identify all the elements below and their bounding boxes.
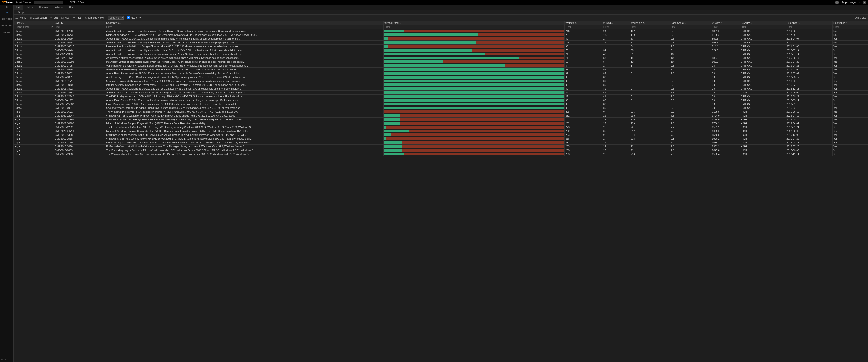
col-relevance[interactable]: Relevance◇ [832, 21, 868, 25]
table-row[interactable]: CriticalCVE-2018-5002Adobe Flash Player … [14, 72, 868, 75]
user-avatar[interactable] [835, 1, 839, 4]
table-row[interactable]: HighCVE-2015-1769Mount Manager in Micros… [14, 141, 868, 145]
scope-toggle-icon[interactable]: ▾ [16, 11, 17, 13]
filter-ratio[interactable] [383, 25, 564, 29]
filter-relevance[interactable] [833, 25, 868, 29]
user-menu[interactable]: Ralph Langner ▾ [842, 1, 860, 4]
cell-vulnerable: 71 [630, 41, 670, 45]
cell-vulnerable: 209 [630, 152, 670, 156]
workflow-menu[interactable]: WORKFLOW ▾ [70, 1, 86, 4]
filter-vscore[interactable] [711, 25, 740, 29]
excel-export-button[interactable]: ▦Excel Export [29, 16, 47, 19]
cell-fixed: 54 [602, 91, 630, 94]
table-row[interactable]: CriticalCVE-2020-16017Use after free in … [14, 45, 868, 49]
table-row[interactable]: CriticalCVE-2020-1350A remote code execu… [14, 52, 868, 56]
table-row[interactable]: CriticalCVE-2016-4117Adobe Flash Player … [14, 99, 868, 102]
cell-affected: 216 [564, 137, 602, 141]
col-cveid[interactable]: CVE ID◇ [54, 21, 105, 25]
map-icon: ▤ [61, 16, 64, 19]
cell-fixed: 89 [602, 79, 630, 83]
table-row[interactable]: CriticalCVE-2017-8543Microsoft Windows X… [14, 33, 868, 37]
nav-collapse-toggle[interactable]: ◐ [0, 5, 13, 9]
col-vulnerable[interactable]: #Vulnerable◇ [630, 21, 670, 25]
cell-description: Insufficient vetting of parameters passe… [105, 60, 383, 64]
filter-base[interactable] [670, 25, 711, 29]
manage-views-button[interactable]: ⚙Manage Views [85, 16, 105, 19]
cell-published: 2020-07-14 [785, 49, 833, 52]
kev-only-checkbox[interactable]: KEV only [127, 16, 141, 19]
filter-affected[interactable] [565, 25, 602, 29]
table-row[interactable]: HighCVE-2022-22047Windows CSRSS Elevatio… [14, 114, 868, 118]
table-row[interactable]: HighCVE-2016-0099The Secondary Logon Ser… [14, 148, 868, 152]
cell-published: 2017-09-29 [785, 94, 833, 99]
table-row[interactable]: CriticalCVE-2019-11708Insufficient vetti… [14, 60, 868, 64]
cell-cveid: CVE-2016-7892 [54, 87, 105, 91]
table-row[interactable]: CriticalCVE-2019-0708A remote code execu… [14, 29, 868, 33]
cell-base: 9.6 [670, 45, 711, 49]
tab-details[interactable]: Details [23, 5, 36, 9]
cell-vulnerable: 10 [630, 60, 670, 64]
table-row[interactable]: HighCVE-2015-1671The Windows DirectWrite… [14, 110, 868, 114]
col-affected[interactable]: #Affected◇ [564, 21, 602, 25]
filter-vulnerable[interactable] [630, 25, 670, 29]
col-fixed[interactable]: #Fixed◇ [602, 21, 630, 25]
table-row[interactable]: HighCVE-2022-30190Microsoft Windows Supp… [14, 121, 868, 126]
nav-item-problems[interactable]: PROBLEMS [0, 22, 13, 29]
filter-description[interactable] [105, 25, 383, 29]
table-row[interactable]: HighCVE-2013-3900The WinVerifyTrust func… [14, 152, 868, 156]
table-row[interactable]: CriticalCVE-2016-1019Adobe Flash Player … [14, 37, 868, 41]
table-row[interactable]: HighCVE-2022-37969Windows Common Log Fil… [14, 118, 868, 121]
edit-button[interactable]: ✎Edit [50, 16, 58, 19]
col-published[interactable]: Published◇ [785, 21, 833, 25]
table-row[interactable]: HighCVE-2010-0232The kernel in Microsoft… [14, 126, 868, 129]
filter-severity[interactable] [740, 25, 785, 29]
table-row[interactable]: CriticalCVE-2017-12240The DHCP relay sub… [14, 94, 868, 99]
table-row[interactable]: CriticalCVE-2020-1040A remote code execu… [14, 49, 868, 52]
table-row[interactable]: CriticalCVE-2020-0646A remote code execu… [14, 41, 868, 45]
table-row[interactable]: CriticalCVE-2021-28550Acrobat Reader DC … [14, 91, 868, 94]
filter-published[interactable] [785, 25, 832, 29]
map-button[interactable]: ▤Map [61, 16, 69, 19]
table-row[interactable]: CriticalCVE-2016-7892Adobe Flash Player … [14, 87, 868, 91]
col-vscore[interactable]: VScore◇ [711, 21, 740, 25]
tab-software[interactable]: Software [51, 5, 66, 9]
table-row[interactable]: CriticalCVE-2016-4171Unspecified vulnera… [14, 79, 868, 83]
table-row[interactable]: CriticalCVE-2017-3881A vulnerability in … [14, 75, 868, 79]
nav-item-changes[interactable]: CHANGES [0, 16, 13, 22]
cell-priority: Critical [14, 94, 54, 99]
cell-fixed: 35 [602, 129, 630, 133]
table-row[interactable]: CriticalCVE-2016-1010Integer overflow in… [14, 83, 868, 87]
table-row[interactable]: CriticalCVE-2020-1472An elevation of pri… [14, 56, 868, 60]
profile-button[interactable]: ▬Profile [16, 16, 26, 19]
help-icon[interactable]: ? [863, 1, 866, 4]
cve-grid[interactable]: Priority▾ CVE ID◇ Description◇ #Ratio Fi… [13, 21, 868, 362]
col-severity[interactable]: Severity◇ [740, 21, 785, 25]
nav-item-audits[interactable]: AUDITS [0, 29, 13, 36]
global-search-input[interactable]: ⌕ [34, 1, 63, 4]
filter-priority[interactable]: High,Critical [14, 25, 54, 29]
table-row[interactable]: HighCVE-2022-34713Microsoft Windows Supp… [14, 129, 868, 133]
table-row[interactable]: HighCVE-2015-2426Buffer underflow in atm… [14, 145, 868, 148]
cell-fixed: 9 [602, 133, 630, 137]
cell-description: Windows CSRSS Elevation of Privilege Vul… [105, 114, 383, 118]
col-priority[interactable]: Priority▾ [14, 21, 54, 25]
filter-fixed[interactable] [602, 25, 630, 29]
table-row[interactable]: CriticalCVE-2016-0984Use-after-free vuln… [14, 106, 868, 110]
nav-item-cve[interactable]: CVE [0, 9, 13, 16]
filter-cveid[interactable] [54, 25, 105, 29]
tab-chart[interactable]: Chart [66, 5, 78, 9]
table-row[interactable]: CriticalCVE-2018-4878A use-after-free vu… [14, 68, 868, 72]
col-ratio[interactable]: #Ratio Fixed◇ [383, 21, 564, 25]
load-view-select[interactable]: Load View ... [108, 16, 124, 20]
table-row[interactable]: HighCVE-2010-4398Stack-based buffer over… [14, 133, 868, 137]
table-row[interactable]: HighCVE-2010-2568Windows Shell in Micros… [14, 137, 868, 141]
table-row[interactable]: CriticalCVE-2018-15982Flash Player versi… [14, 102, 868, 106]
tags-button[interactable]: ❖Tags [72, 16, 81, 19]
tab-list[interactable]: List [13, 5, 23, 9]
tab-devices[interactable]: Devices [36, 5, 51, 9]
col-base[interactable]: Base Score◇ [670, 21, 711, 25]
col-description[interactable]: Description◇ [105, 21, 383, 25]
table-row[interactable]: CriticalCVE-2019-2725Vulnerability in th… [14, 64, 868, 68]
cell-published: 2019-05-16 [785, 29, 833, 33]
cell-base: 8.8 [670, 91, 711, 94]
